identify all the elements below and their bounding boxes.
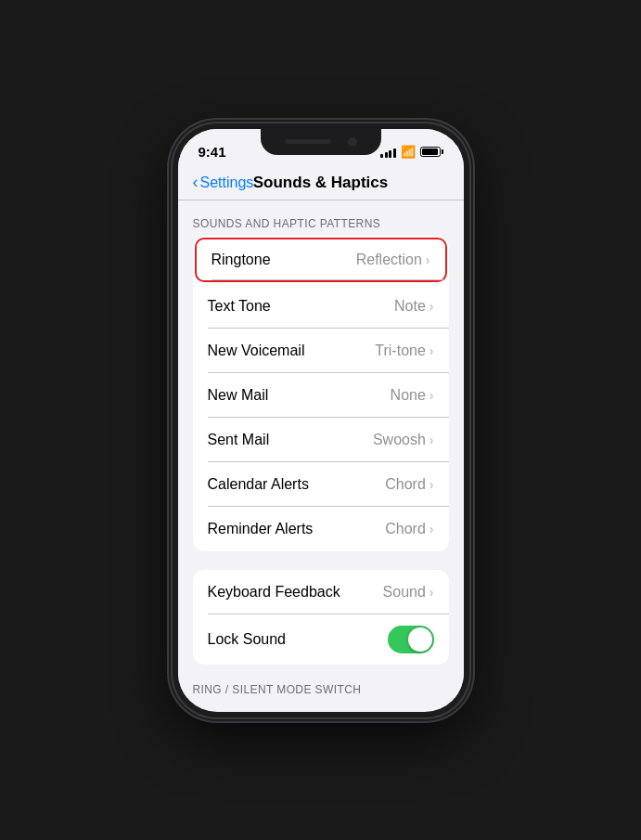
ringtone-chevron: › xyxy=(426,252,430,267)
notch xyxy=(261,129,381,155)
ring-silent-header: RING / SILENT MODE SWITCH xyxy=(178,683,464,698)
back-label: Settings xyxy=(200,174,254,191)
text-tone-value: Note › xyxy=(394,298,433,315)
new-voicemail-current: Tri-tone xyxy=(375,342,426,359)
toggle-thumb xyxy=(408,627,432,652)
text-tone-chevron: › xyxy=(429,299,434,314)
sent-mail-chevron: › xyxy=(429,433,434,447)
signal-bars xyxy=(380,147,396,158)
camera xyxy=(348,137,357,147)
back-arrow-icon: ‹ xyxy=(193,173,199,192)
reminder-alerts-chevron: › xyxy=(429,522,434,536)
new-voicemail-label: New Voicemail xyxy=(208,342,305,359)
content-area: SOUNDS AND HAPTIC PATTERNS Ringtone Refl… xyxy=(178,200,464,698)
calendar-alerts-label: Calendar Alerts xyxy=(208,476,309,493)
sent-mail-row[interactable]: Sent Mail Swoosh › xyxy=(193,418,449,462)
bar2 xyxy=(385,152,388,158)
calendar-alerts-chevron: › xyxy=(429,477,434,492)
phone-screen: 9:41 📶 ‹ Set xyxy=(178,129,464,712)
status-time: 9:41 xyxy=(199,144,226,160)
reminder-alerts-label: Reminder Alerts xyxy=(208,521,314,537)
keyboard-feedback-current: Sound xyxy=(383,584,426,601)
battery-icon xyxy=(420,147,443,157)
bar3 xyxy=(389,150,391,158)
new-voicemail-chevron: › xyxy=(429,343,434,358)
lock-sound-toggle[interactable] xyxy=(388,626,434,653)
lock-sound-label: Lock Sound xyxy=(208,631,287,648)
calendar-alerts-current: Chord xyxy=(385,476,426,493)
page-title: Sounds & Haptics xyxy=(253,174,388,192)
nav-bar: ‹ Settings Sounds & Haptics xyxy=(178,170,464,200)
text-tone-label: Text Tone xyxy=(208,298,271,315)
keyboard-feedback-chevron: › xyxy=(429,585,434,600)
new-mail-row[interactable]: New Mail None › xyxy=(193,373,449,418)
keyboard-feedback-value: Sound › xyxy=(383,584,434,601)
reminder-alerts-value: Chord › xyxy=(385,521,433,537)
text-tone-row[interactable]: Text Tone Note › xyxy=(193,284,449,329)
bar1 xyxy=(380,154,383,158)
new-voicemail-value: Tri-tone › xyxy=(375,342,433,359)
new-mail-current: None xyxy=(391,387,426,404)
new-mail-label: New Mail xyxy=(208,387,269,404)
reminder-alerts-row[interactable]: Reminder Alerts Chord › xyxy=(193,507,449,551)
sounds-haptic-group: Ringtone Reflection › Text Tone Note › xyxy=(193,236,449,551)
ringtone-current: Reflection xyxy=(356,252,422,268)
back-button[interactable]: ‹ Settings xyxy=(193,173,254,192)
ringtone-label: Ringtone xyxy=(212,252,271,268)
sent-mail-value: Swoosh › xyxy=(373,432,434,448)
keyboard-feedback-row[interactable]: Keyboard Feedback Sound › xyxy=(193,570,449,614)
reminder-alerts-current: Chord xyxy=(385,521,426,537)
new-voicemail-row[interactable]: New Voicemail Tri-tone › xyxy=(193,329,449,373)
sounds-section-header: SOUNDS AND HAPTIC PATTERNS xyxy=(178,200,464,236)
ringtone-row[interactable]: Ringtone Reflection › xyxy=(195,238,447,282)
phone-frame: 9:41 📶 ‹ Set xyxy=(173,123,469,717)
text-tone-current: Note xyxy=(394,298,426,315)
ringtone-value: Reflection › xyxy=(356,252,430,268)
new-mail-value: None › xyxy=(391,387,434,404)
calendar-alerts-row[interactable]: Calendar Alerts Chord › xyxy=(193,462,449,507)
lock-sound-row[interactable]: Lock Sound xyxy=(193,614,449,665)
sent-mail-current: Swoosh xyxy=(373,432,426,448)
new-mail-chevron: › xyxy=(429,388,434,403)
bar4 xyxy=(393,149,396,158)
sent-mail-label: Sent Mail xyxy=(208,432,270,448)
status-icons: 📶 xyxy=(380,145,443,159)
speaker xyxy=(285,139,331,144)
calendar-alerts-value: Chord › xyxy=(385,476,433,493)
keyboard-feedback-label: Keyboard Feedback xyxy=(208,584,340,601)
feedback-group: Keyboard Feedback Sound › Lock Sound xyxy=(193,570,449,665)
wifi-icon: 📶 xyxy=(401,145,416,159)
